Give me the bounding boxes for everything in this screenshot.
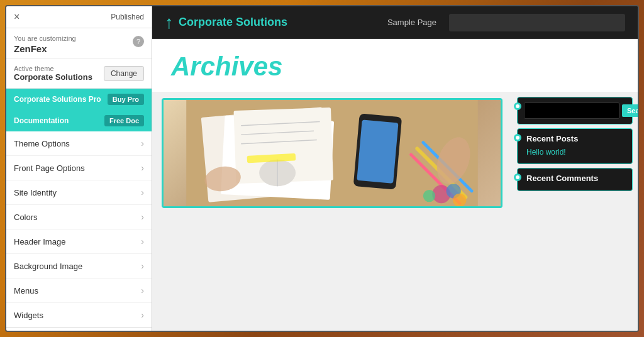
logo-arrow-icon: ↑ (165, 13, 174, 33)
logo-text: Corporate Solutions (179, 16, 287, 29)
customizing-section: You are customizing ZenFex ? (6, 28, 152, 58)
nav-right: Sample Page (387, 14, 625, 31)
widget-search-input[interactable] (524, 102, 619, 119)
active-theme-label: Active theme (14, 65, 92, 72)
customizing-label: You are customizing (14, 35, 76, 42)
sidebar-header: × Published (6, 6, 152, 28)
chevron-right-icon: › (141, 212, 144, 222)
active-theme-info: Active theme Corporate Solutions (14, 65, 92, 82)
chevron-right-icon: › (141, 187, 144, 197)
recent-post-item[interactable]: Hello world! (524, 146, 626, 158)
svg-point-19 (453, 194, 466, 206)
nav-item-header-image[interactable]: Header Image › (6, 229, 152, 254)
nav-item-background-image-label: Background Image (14, 262, 82, 271)
app-container: × Published You are customizing ZenFex ?… (5, 5, 639, 332)
site-logo: ↑ Corporate Solutions (165, 13, 287, 33)
chevron-right-icon: › (141, 310, 144, 320)
customizer-sidebar: × Published You are customizing ZenFex ?… (6, 6, 152, 331)
svg-point-18 (423, 190, 435, 202)
chevron-right-icon: › (141, 138, 144, 148)
promo-bar-documentation: Documentation Free Doc (6, 110, 152, 131)
widget-icon-dot (514, 102, 521, 110)
sidebar-footer: 👁 Hide Controls 🖥 📱 📲 (6, 328, 152, 331)
main-content-area: ↑ Corporate Solutions Sample Page Archiv… (152, 6, 638, 331)
theme-name: ZenFex (14, 43, 76, 54)
chevron-right-icon: › (141, 163, 144, 173)
recent-post-link[interactable]: Hello world! (526, 148, 566, 157)
recent-posts-title: Recent Posts (524, 134, 626, 143)
nav-item-theme-options[interactable]: Theme Options › (6, 131, 152, 156)
nav-item-site-identity-label: Site Identity (14, 188, 57, 197)
recent-comments-widget: Recent Comments (517, 168, 633, 191)
nav-item-header-image-label: Header Image (14, 237, 65, 246)
search-widget-row: Search (524, 102, 626, 119)
nav-item-widgets-label: Widgets (14, 311, 43, 320)
widget-sidebar: Search Recent Posts Hello world! (512, 92, 638, 331)
nav-item-colors[interactable]: Colors › (6, 205, 152, 229)
logo-text-accent: Solutions (236, 16, 287, 28)
change-theme-button[interactable]: Change (104, 66, 144, 81)
nav-item-front-page-options-label: Front Page Options (14, 163, 85, 173)
nav-item-site-identity[interactable]: Site Identity › (6, 180, 152, 205)
close-button[interactable]: × (14, 11, 19, 23)
chevron-right-icon: › (141, 236, 144, 246)
recent-comments-title: Recent Comments (524, 174, 626, 183)
site-navigation: ↑ Corporate Solutions Sample Page (152, 6, 638, 39)
chevron-right-icon: › (141, 285, 144, 296)
nav-item-background-image[interactable]: Background Image › (6, 254, 152, 279)
article-image-container (162, 98, 502, 208)
search-widget: Search (517, 97, 633, 124)
logo-text-static: Corporate (179, 16, 236, 28)
widget-icon-dot-posts (514, 134, 521, 141)
customizing-info: You are customizing ZenFex (14, 35, 76, 54)
promo-bar-corporate-pro: Corporate Solutions Pro Buy Pro (6, 89, 152, 110)
free-doc-button[interactable]: Free Doc (104, 115, 144, 126)
main-article (152, 92, 512, 331)
chevron-right-icon: › (141, 261, 144, 271)
promo-corporate-label: Corporate Solutions Pro (14, 95, 101, 104)
svg-point-23 (516, 175, 519, 179)
promo-documentation-label: Documentation (14, 116, 69, 125)
svg-rect-8 (357, 119, 398, 183)
help-icon[interactable]: ? (133, 36, 144, 47)
page-content-row: Search Recent Posts Hello world! (152, 92, 638, 331)
nav-item-menus[interactable]: Menus › (6, 279, 152, 303)
archives-title: Archives (171, 52, 619, 82)
nav-search-input[interactable] (449, 14, 625, 31)
recent-posts-widget: Recent Posts Hello world! (517, 128, 633, 164)
nav-item-colors-label: Colors (14, 213, 38, 222)
nav-item-menus-label: Menus (14, 286, 38, 296)
nav-item-theme-options-label: Theme Options (14, 139, 70, 148)
article-image (164, 100, 501, 206)
nav-item-front-page-options[interactable]: Front Page Options › (6, 156, 152, 180)
archives-header: Archives (152, 39, 638, 92)
widget-search-button[interactable]: Search (622, 104, 638, 117)
page-body: Archives (152, 39, 638, 331)
active-theme-section: Active theme Corporate Solutions Change (6, 58, 152, 89)
widget-icon-dot-comments (514, 174, 521, 181)
article-image-svg (164, 100, 501, 206)
svg-point-22 (516, 136, 519, 140)
svg-point-21 (516, 104, 519, 108)
published-status: Published (111, 13, 144, 21)
nav-link-sample-page[interactable]: Sample Page (387, 18, 436, 27)
buy-pro-button[interactable]: Buy Pro (108, 94, 144, 105)
nav-item-widgets[interactable]: Widgets › (6, 303, 152, 328)
active-theme-name: Corporate Solutions (14, 72, 92, 82)
